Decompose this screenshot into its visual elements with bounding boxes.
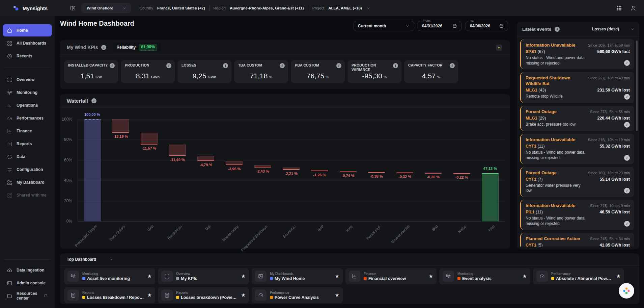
event-asset: SPS1 (67) <box>526 49 585 54</box>
dashboard-tile-losses-breakdown-power[interactable]: Reports Losses breakdown (Power … ★ <box>158 287 249 303</box>
sidebar-item-admin-console[interactable]: Admin console <box>3 277 52 289</box>
brand-logo[interactable]: Mynsights <box>12 4 48 12</box>
sidebar-item-shared-with-me[interactable]: Shared with me <box>3 189 52 201</box>
info-icon[interactable]: i <box>624 94 630 100</box>
gridline <box>78 180 504 181</box>
event-card[interactable]: Information Unavailable Since 309j, 17h … <box>520 39 634 69</box>
tile-accent-dot <box>270 277 273 280</box>
tile-title: Asset live monitoring <box>87 276 130 281</box>
scope-select[interactable]: Wind Onshore <box>81 3 131 13</box>
sidebar-item-recents[interactable]: Recents <box>3 50 52 62</box>
star-icon[interactable]: ★ <box>335 292 339 298</box>
dashboard-tile-asset-live-monitoring[interactable]: Monitoring Asset live monitoring ★ <box>64 268 155 284</box>
star-icon[interactable]: ★ <box>147 273 152 279</box>
sidebar-item-icon <box>7 77 12 83</box>
dashboard-tile-power-curve-analysis[interactable]: Performance Power Curve Analysis ★ <box>252 287 343 303</box>
dashboard-tile-my-wind-home[interactable]: My Dashboards My Wind Home ★ <box>252 268 343 284</box>
sidebar-item-monitoring[interactable]: Monitoring <box>3 86 52 99</box>
events-scrollbar-thumb[interactable] <box>636 41 638 131</box>
calendar-icon[interactable] <box>452 24 457 28</box>
event-card[interactable]: Requested Shutdown Wildlife Bat Since 22… <box>520 72 634 103</box>
star-icon[interactable]: ★ <box>335 273 339 279</box>
sidebar-item-configuration[interactable]: Configuration <box>3 163 52 176</box>
sidebar-item-reports[interactable]: Reports <box>3 138 52 150</box>
sidebar-item-my-dashboard[interactable]: My Dashboard <box>3 176 52 188</box>
kpi-card-installed-capacity: INSTALLED CAPACITY i 1,51GW <box>64 60 118 83</box>
info-icon[interactable]: i <box>624 60 630 66</box>
event-card[interactable]: Information Unavailable Since 215j, 10h … <box>520 200 634 230</box>
country-filter-label: Country <box>140 6 153 10</box>
sidebar-item-performances[interactable]: Performances <box>3 112 52 124</box>
info-icon[interactable]: i <box>223 63 228 68</box>
dashboard-tile-financial-overview[interactable]: Finance Financial overview ★ <box>345 268 437 284</box>
info-icon[interactable]: i <box>280 63 285 68</box>
info-icon[interactable]: i <box>624 155 630 161</box>
star-icon[interactable]: ★ <box>241 292 246 298</box>
star-icon[interactable]: ★ <box>241 273 246 279</box>
calendar-icon[interactable] <box>499 24 504 28</box>
sidebar-item-data-ingestion[interactable]: Data Ingestion <box>3 264 52 276</box>
info-icon[interactable]: i <box>624 221 630 227</box>
dashboard-tile-absolute-abnormal-powe[interactable]: Performance Absolute / Abnormal Powe… ★ <box>533 268 624 284</box>
sidebar-item-icon <box>7 180 12 185</box>
info-icon[interactable]: i <box>393 63 398 68</box>
user-profile-icon[interactable] <box>630 5 637 11</box>
kpi-panel-action-icon[interactable]: ✦ <box>496 45 502 51</box>
top-dashboard-select[interactable]: Top Dashboard <box>60 253 639 266</box>
star-icon[interactable]: ★ <box>616 273 621 279</box>
info-icon[interactable]: i <box>555 27 560 32</box>
waterfall-bar-maintenance <box>226 161 243 165</box>
star-icon[interactable]: ★ <box>147 292 152 298</box>
dashboard-tile-losses-breakdown-repor[interactable]: Reports Losses Breakdown / Repor… ★ <box>64 287 155 303</box>
event-card[interactable]: Forced Outage Since 160j, 16h et 23 min … <box>520 167 634 197</box>
info-icon[interactable]: i <box>101 45 106 50</box>
global-filters[interactable]: Country France, United States (+2) Regio… <box>135 3 375 13</box>
star-icon[interactable]: ★ <box>523 273 527 279</box>
apps-grid-icon[interactable] <box>616 5 622 11</box>
waterfall-category-label: Maintenance <box>222 224 240 242</box>
tile-category: Monitoring <box>457 272 492 276</box>
event-asset: MLG1 (43) <box>526 88 585 93</box>
kpi-label: INSTALLED CAPACITY <box>68 63 109 68</box>
info-icon[interactable]: i <box>624 188 630 194</box>
tile-accent-dot <box>82 296 85 299</box>
waterfall-bar-economic <box>283 168 300 170</box>
sidebar-item-overview[interactable]: Overview <box>3 74 52 86</box>
dashboard-tile-my-kpis[interactable]: Overview My KPIs ★ <box>158 268 249 284</box>
sidebar-item-all-dashboards[interactable]: All Dashboards <box>3 37 52 49</box>
event-card[interactable]: Forced Outage Since 273j, 5h et 56 min M… <box>520 106 634 131</box>
sidebar-item-operations[interactable]: Operations <box>3 99 52 111</box>
sidebar-item-data[interactable]: Data <box>3 151 52 163</box>
waterfall-bar-environmental <box>396 172 413 173</box>
sidebar-primary-nav: Home All Dashboards Recents <box>0 24 55 63</box>
waterfall-value-label: -4,79 % <box>186 163 226 167</box>
sidebar-item-label: Finance <box>17 129 32 133</box>
sidebar-item-resources-center[interactable]: Resources center <box>3 290 52 302</box>
period-select[interactable]: Current month <box>354 21 414 31</box>
date-to-field[interactable]: to: 04/06/2026 <box>466 21 508 31</box>
events-sort-value[interactable]: Losses (desc) <box>592 27 619 31</box>
info-icon[interactable]: i <box>91 98 96 103</box>
info-icon[interactable]: i <box>624 122 630 128</box>
tile-accent-dot <box>270 296 273 299</box>
sidebar-item-home[interactable]: Home <box>3 24 52 36</box>
event-asset: CYT1 (7) <box>526 177 585 182</box>
dashboard-tile-event-analysis[interactable]: Monitoring Event analysis ★ <box>439 268 530 284</box>
event-card[interactable]: Planned Corrective Action Since 245j, 5h… <box>520 233 634 247</box>
sidebar-toggle-button[interactable] <box>70 5 76 11</box>
sidebar-item-finance[interactable]: Finance <box>3 125 52 137</box>
waterfall-bar-data-quality <box>112 119 129 133</box>
event-card[interactable]: Information Unavailable Since 215j, 10h … <box>520 134 634 164</box>
info-icon[interactable]: i <box>166 63 171 68</box>
info-icon[interactable]: i <box>336 63 341 68</box>
sidebar-item-icon <box>7 103 12 108</box>
info-icon[interactable]: i <box>450 63 455 68</box>
chevron-down-icon[interactable] <box>630 27 635 31</box>
info-icon[interactable]: i <box>110 63 115 68</box>
star-icon[interactable]: ★ <box>429 273 433 279</box>
kpi-label: LOSSES <box>181 63 222 68</box>
chat-widget-button[interactable] <box>619 283 634 299</box>
date-from-field[interactable]: From: 04/01/2026 <box>418 21 461 31</box>
kpi-unit: % <box>384 75 387 79</box>
waterfall-bar-grid <box>141 133 158 145</box>
